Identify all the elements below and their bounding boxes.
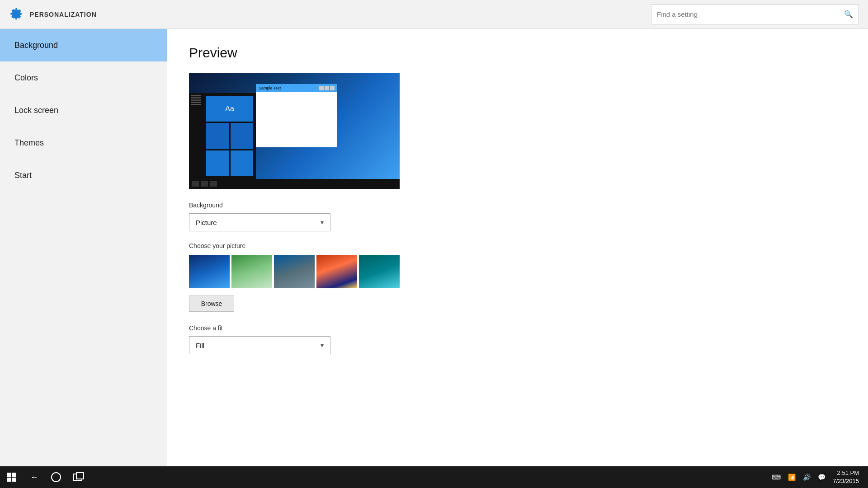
keyboard-icon: ⌨ [772,474,781,481]
taskbar: ← ⌨ 📶 🔊 💬 2:51 PM 7/23/2015 [0,466,868,488]
background-dropdown-arrow: ▾ [321,219,324,226]
sidebar-item-themes[interactable]: Themes [0,127,167,159]
preview-taskbar [189,179,400,189]
background-label: Background [189,202,846,209]
preview-taskbar-btn1 [192,181,199,187]
task-view-button[interactable] [67,466,89,488]
sidebar-item-colors[interactable]: Colors [0,61,167,94]
preview-tile-sm1 [206,123,229,149]
fit-label: Choose a fit [189,324,846,332]
sidebar-item-lockscreen[interactable]: Lock screen [0,94,167,127]
menu-line-6 [191,104,201,105]
taskbar-clock: 2:51 PM 7/23/2015 [833,469,863,485]
preview-taskbar-btn2 [201,181,208,187]
preview-taskbar-btn3 [210,181,217,187]
preview-close-btn [330,86,335,90]
cortana-circle-icon [51,472,61,482]
preview-window: Sample Text [256,84,337,147]
picture-thumb-4[interactable] [316,255,357,288]
wifi-icon: 📶 [788,474,796,481]
notification-icon: 💬 [818,474,826,481]
fit-dropdown[interactable]: Fill ▾ [189,336,330,354]
preview-start-menu: Aa [189,93,256,179]
preview-container: Aa Sample Text [189,73,400,189]
preview-tile-sm2 [231,123,254,149]
clock-time: 2:51 PM [833,469,859,477]
windows-logo-icon [7,473,16,482]
search-input[interactable] [657,10,844,18]
picture-thumb-1[interactable] [189,255,230,288]
preview-window-body [256,92,337,96]
sidebar-item-start[interactable]: Start [0,159,167,192]
preview-tile-blue2 [231,150,254,176]
menu-line-5 [191,102,201,103]
main-layout: Background Colors Lock screen Themes Sta… [0,29,868,466]
preview-tile-blue1 [206,150,229,176]
clock-date: 7/23/2015 [833,477,859,485]
preview-menu-list [189,93,203,179]
search-box[interactable]: 🔍 [651,5,859,24]
cortana-button[interactable] [45,466,67,488]
menu-line-4 [191,100,201,101]
fit-dropdown-value: Fill [196,342,321,349]
fit-dropdown-arrow: ▾ [321,342,324,349]
volume-icon: 🔊 [803,474,811,481]
menu-line-2 [191,97,201,98]
background-dropdown[interactable]: Picture ▾ [189,213,330,231]
taskbar-system-tray: ⌨ 📶 🔊 💬 2:51 PM 7/23/2015 [766,469,868,485]
preview-sample-text: Sample Text [259,86,319,90]
search-icon: 🔍 [844,10,853,19]
app-title: PERSONALIZATION [30,11,651,18]
sidebar-item-background[interactable]: Background [0,29,167,61]
menu-line-1 [191,95,201,96]
start-button[interactable] [0,466,24,488]
browse-button[interactable]: Browse [189,296,234,312]
preview-maximize-btn [325,86,329,90]
picture-thumb-3[interactable] [274,255,315,288]
page-title: Preview [189,45,846,61]
menu-line-3 [191,99,201,99]
preview-tile-aa: Aa [206,96,253,122]
preview-tiles: Aa [203,93,256,179]
picture-thumb-5[interactable] [359,255,400,288]
preview-window-titlebar: Sample Text [256,84,337,92]
background-dropdown-value: Picture [196,219,321,226]
picture-row [189,255,846,288]
preview-minimize-btn [319,86,324,90]
task-view-icon [73,474,82,481]
picture-thumb-2[interactable] [231,255,272,288]
back-button[interactable]: ← [24,466,45,488]
pictures-label: Choose your picture [189,242,846,249]
sidebar: Background Colors Lock screen Themes Sta… [0,29,167,466]
content-area: Preview Aa [167,29,868,466]
preview-window-controls [319,86,335,90]
settings-gear-icon [9,7,24,22]
titlebar: PERSONALIZATION 🔍 [0,0,868,29]
